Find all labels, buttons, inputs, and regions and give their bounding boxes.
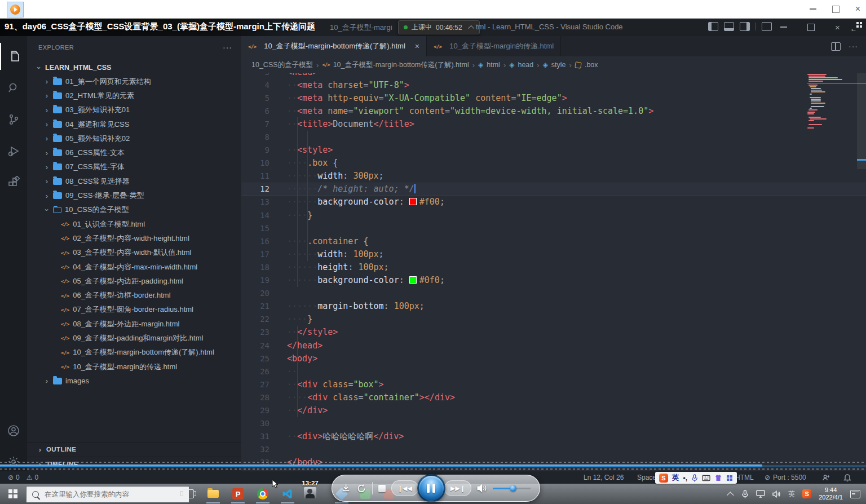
display-icon[interactable] xyxy=(756,490,765,498)
tree-file-05_盒子模型-内边距-padding.html[interactable]: </>05_盒子模型-内边距-padding.html xyxy=(27,274,241,288)
tray-clock[interactable]: 9:44 2022/4/1 xyxy=(819,487,843,501)
rewind-button[interactable]: ❙◀◀ xyxy=(391,480,418,496)
code-line-9[interactable]: 9··<style> xyxy=(241,144,866,157)
tree-folder-10_CSS的盒子模型[interactable]: ›10_CSS的盒子模型 xyxy=(27,203,241,217)
code-line-7[interactable]: 7··<title>Document</title> xyxy=(241,117,866,130)
vscode-maximize-button[interactable] xyxy=(807,24,815,31)
tree-folder-05_额外知识补充02[interactable]: ›05_额外知识补充02 xyxy=(27,131,241,145)
video-frame[interactable]: FileEditSelectionViewGoRunTerminalHelp 9… xyxy=(0,18,866,504)
sogou-ime-bar[interactable]: S 英 •, xyxy=(655,472,737,484)
code-line-21[interactable]: 21······margin-bottom: 100px; xyxy=(241,300,866,313)
tree-file-10_盒子模型-margin的传递.html[interactable]: </>10_盒子模型-margin的传递.html xyxy=(27,360,241,374)
tree-file-06_盒子模型-边框-border.html[interactable]: </>06_盒子模型-边框-border.html xyxy=(27,288,241,302)
taskbar-search-box[interactable] xyxy=(26,486,189,503)
capture-download-icon[interactable] xyxy=(341,483,351,493)
tree-folder-07_CSS属性-字体[interactable]: ›07_CSS属性-字体 xyxy=(27,160,241,174)
volume-thumb[interactable] xyxy=(510,485,516,492)
video-seekbar[interactable] xyxy=(0,461,866,470)
code-line-29[interactable]: 29··</div> xyxy=(241,404,866,417)
overlay-clock[interactable]: 13:27 xyxy=(300,480,320,498)
repeat-icon[interactable] xyxy=(356,483,366,494)
microphone-icon[interactable] xyxy=(741,490,749,498)
tree-file-08_盒子模型-外边距-margin.html[interactable]: </>08_盒子模型-外边距-margin.html xyxy=(27,317,241,331)
feedback-icon[interactable] xyxy=(822,471,830,484)
minimap[interactable] xyxy=(807,73,856,147)
code-line-18[interactable]: 18······height: 100px; xyxy=(241,260,866,273)
tree-file-03_盒子模型-内容-width-默认值.html[interactable]: </>03_盒子模型-内容-width-默认值.html xyxy=(27,246,241,260)
run-debug-icon[interactable] xyxy=(0,138,27,165)
workspace-root[interactable]: › LEARN_HTML_CSS xyxy=(27,61,241,74)
editor-more-actions-icon[interactable]: ··· xyxy=(849,42,858,51)
task-view-button[interactable] xyxy=(177,484,200,504)
vscode-minimize-button[interactable] xyxy=(780,26,787,28)
explorer-more-icon[interactable]: ··· xyxy=(223,43,232,52)
tree-folder-02_HTML常见的元素[interactable]: ›02_HTML常见的元素 xyxy=(27,89,241,103)
window-maximize-button[interactable] xyxy=(832,6,840,13)
code-line-19[interactable]: 19······background-color: #0f0; xyxy=(241,274,866,287)
source-control-icon[interactable] xyxy=(0,106,27,133)
code-line-6[interactable]: 6··<meta name="viewport" content="width=… xyxy=(241,104,866,117)
ime-skin-shirt-icon[interactable] xyxy=(714,474,722,481)
tree-folder-04_邂逅和常见CSS[interactable]: ›04_邂逅和常见CSS xyxy=(27,117,241,131)
notifications-bell-icon[interactable] xyxy=(843,471,866,484)
tab-margin-bottom-file[interactable]: </> 10_盒子模型-margin-bottom传递(了解).html × xyxy=(241,36,427,56)
volume-slider[interactable] xyxy=(493,488,531,489)
volume-icon[interactable] xyxy=(477,484,487,493)
speaker-icon[interactable] xyxy=(772,490,781,498)
tree-file-02_盒子模型-内容-width-height.html[interactable]: </>02_盒子模型-内容-width-height.html xyxy=(27,231,241,245)
account-icon[interactable] xyxy=(0,417,27,444)
tree-folder-01_第一个网页和元素结构[interactable]: ›01_第一个网页和元素结构 xyxy=(27,74,241,89)
code-line-26[interactable]: 26·· xyxy=(241,365,866,378)
powerpoint-icon[interactable]: P xyxy=(227,484,249,504)
code-line-30[interactable]: 30 xyxy=(241,417,866,430)
search-icon[interactable] xyxy=(0,74,27,101)
window-close-button[interactable]: × xyxy=(855,5,860,14)
tree-file-09_盒子模型-padding和margin对比.html[interactable]: </>09_盒子模型-padding和margin对比.html xyxy=(27,331,241,345)
code-line-5[interactable]: 5··<meta http-equiv="X-UA-Compatible" co… xyxy=(241,91,866,104)
language-mode-status[interactable]: HTML xyxy=(735,471,754,484)
code-line-25[interactable]: 25<body> xyxy=(241,352,866,365)
stop-button[interactable] xyxy=(378,485,385,492)
sogou-tray-icon[interactable]: S xyxy=(802,489,811,498)
code-line-11[interactable]: 11······width: 300px; xyxy=(241,170,866,183)
code-line-28[interactable]: 28····<div class="container"></div> xyxy=(241,391,866,404)
code-line-14[interactable]: 14····} xyxy=(241,209,866,222)
ime-punctuation-toggle[interactable]: •, xyxy=(683,474,688,482)
editor-scrollbar[interactable] xyxy=(857,73,866,169)
sogou-logo-icon[interactable]: S xyxy=(659,474,668,483)
player-popup-icon[interactable]: ← xyxy=(850,22,864,32)
player-resume-button[interactable] xyxy=(7,2,24,17)
code-line-12[interactable]: 12······/* height: auto; */ xyxy=(241,183,866,196)
toggle-panel-icon[interactable] xyxy=(724,22,734,31)
pause-button[interactable] xyxy=(417,474,445,502)
ime-keyboard-icon[interactable] xyxy=(702,475,710,481)
tree-folder-06_CSS属性-文本[interactable]: ›06_CSS属性-文本 xyxy=(27,145,241,160)
code-line-8[interactable]: 8 xyxy=(241,130,866,143)
tray-language-indicator[interactable]: 英 xyxy=(788,489,795,499)
tab-margin-chuandi-file[interactable]: </> 10_盒子模型-margin的传递.html xyxy=(427,36,561,56)
code-line-15[interactable]: 15 xyxy=(241,222,866,235)
code-line-22[interactable]: 22····} xyxy=(241,313,866,326)
tree-file-07_盒子模型-圆角-border-radius.html[interactable]: </>07_盒子模型-圆角-border-radius.html xyxy=(27,303,241,317)
tab-close-icon[interactable]: × xyxy=(415,42,419,51)
code-line-24[interactable]: 24</head> xyxy=(241,339,866,352)
code-line-10[interactable]: 10····.box { xyxy=(241,157,866,170)
code-line-13[interactable]: 13······background-color: #f00; xyxy=(241,196,866,209)
tree-file-01_认识盒子模型.html[interactable]: </>01_认识盒子模型.html xyxy=(27,217,241,231)
live-server-port-status[interactable]: ⊘ Port : 5500 xyxy=(765,471,806,484)
code-line-23[interactable]: 23··</style> xyxy=(241,326,866,339)
explorer-icon[interactable] xyxy=(0,43,28,70)
ime-toolbox-grid-icon[interactable] xyxy=(726,475,733,481)
breadcrumb[interactable]: 10_CSS的盒子模型 › </> 10_盒子模型-margin-bottom传… xyxy=(241,56,866,73)
file-explorer-icon[interactable] xyxy=(202,484,224,504)
code-line-31[interactable]: 31··<div>哈哈哈哈哈啊</div> xyxy=(241,430,866,443)
action-center-icon[interactable] xyxy=(850,490,860,498)
problems-warnings[interactable]: ⚠ 0 xyxy=(26,474,38,481)
code-editor[interactable]: 3<head>4··<meta charset="UTF-8">5··<meta… xyxy=(241,73,866,471)
start-button[interactable] xyxy=(0,484,26,504)
toggle-secondary-sidebar-icon[interactable] xyxy=(740,22,750,31)
search-input[interactable] xyxy=(43,490,164,499)
extensions-icon[interactable] xyxy=(0,169,27,196)
outline-section[interactable]: › OUTLINE xyxy=(27,442,241,456)
tree-folder-08_CSS常见选择器[interactable]: ›08_CSS常见选择器 xyxy=(27,174,241,188)
